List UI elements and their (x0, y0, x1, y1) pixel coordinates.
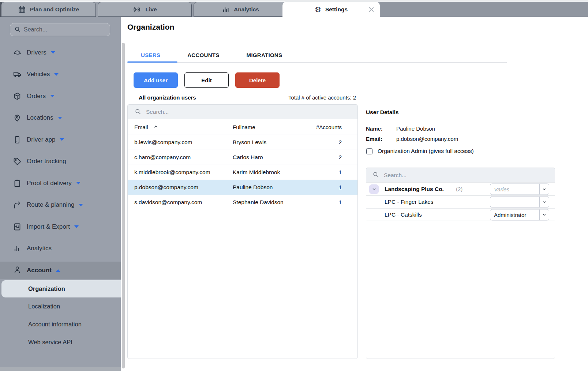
sidebar-item-account[interactable]: Account (0, 262, 121, 279)
person-icon (13, 265, 22, 276)
sidebar-item-driver-app[interactable]: Driver app (0, 129, 121, 151)
chevron-down-icon (539, 184, 549, 194)
table-row[interactable]: s.davidson@company.com Stephanie Davidso… (128, 195, 357, 210)
users-table: Email Fullname #Accounts b.lewis@company… (127, 104, 358, 359)
sidebar-subitem-organization[interactable]: Organization (1, 280, 121, 297)
chevron-down-icon (74, 225, 79, 228)
map-pin-icon (13, 113, 22, 122)
tab-users[interactable]: USERS (127, 48, 174, 62)
tab-analytics[interactable]: Analytics (194, 2, 287, 17)
tab-settings[interactable]: ⚙ Settings (282, 2, 380, 17)
sidebar-item-vehicles[interactable]: Vehicles (0, 64, 121, 86)
tab-label: Live (145, 6, 157, 13)
role-select[interactable] (490, 196, 549, 208)
users-search-input[interactable] (146, 109, 351, 115)
user-details-heading: User Details (366, 109, 399, 116)
sidebar-item-route-planning[interactable]: Route & planning (0, 194, 121, 216)
chevron-down-icon (76, 182, 80, 184)
account-row-child[interactable]: LPC - Finger Lakes (366, 195, 555, 208)
search-icon (134, 108, 141, 116)
chevron-down-icon (50, 95, 55, 97)
organization-tabs: USERS ACCOUNTS MIGRATIONS (127, 48, 296, 62)
gear-icon: ⚙ (315, 6, 321, 13)
expand-collapse-icon[interactable] (369, 184, 379, 194)
tabs-divider (127, 62, 507, 63)
add-user-button[interactable]: Add user (134, 72, 178, 88)
sidebar-subitem-web-service-api[interactable]: Web service API (0, 333, 121, 351)
user-actions: Add user Edit Delete (134, 72, 280, 88)
sidebar-search[interactable] (10, 23, 110, 36)
app-window: Plan and Optimize Live Analytics (0, 0, 588, 371)
sidebar-bottom-strip (0, 367, 121, 371)
bar-chart-icon (222, 5, 230, 14)
sub-account-count: (2) (456, 186, 462, 192)
column-email[interactable]: Email (134, 124, 233, 130)
column-accounts[interactable]: #Accounts (311, 124, 342, 130)
chevron-up-icon (56, 269, 60, 272)
truck-icon (13, 70, 22, 79)
org-admin-label: Organization Admin (gives full access) (378, 148, 474, 154)
close-icon[interactable] (368, 6, 375, 13)
role-select[interactable]: Administrator (490, 209, 549, 220)
table-header: Email Fullname #Accounts (128, 119, 357, 135)
users-search[interactable] (128, 105, 357, 119)
account-row-child[interactable]: LPC - Catskills Administrator (366, 208, 555, 221)
sidebar-item-locations[interactable]: Locations (0, 107, 121, 129)
bar-chart-icon (13, 244, 22, 253)
account-row-parent[interactable]: Landscaping Plus Co. (2) Varies (366, 183, 555, 195)
search-icon (14, 26, 21, 34)
sidebar-subitem-localization[interactable]: Localization (0, 297, 121, 315)
tab-migrations[interactable]: MIGRATIONS (233, 48, 296, 62)
chevron-down-icon (539, 209, 549, 220)
table-row[interactable]: b.lewis@company.com Bryson Lewis 2 (128, 135, 357, 150)
sidebar-item-order-tracking[interactable]: Order tracking (0, 151, 121, 173)
list-title: All organization users (139, 94, 196, 101)
sidebar-item-analytics[interactable]: Analytics (0, 238, 121, 260)
tab-plan-and-optimize[interactable]: Plan and Optimize (1, 2, 96, 17)
accounts-search-input[interactable] (384, 172, 549, 179)
role-select[interactable]: Varies (490, 183, 549, 195)
chevron-down-icon (58, 117, 62, 119)
route-arrow-icon (13, 201, 22, 209)
tab-label: Plan and Optimize (30, 6, 79, 13)
vertical-scrollbar[interactable] (122, 43, 125, 368)
org-admin-row: Organization Admin (gives full access) (366, 148, 474, 154)
chevron-down-icon (60, 138, 64, 141)
sidebar-search-input[interactable] (24, 26, 106, 33)
active-accounts-total: Total # of active accounts: 2 (288, 94, 356, 101)
delete-button[interactable]: Delete (235, 72, 280, 88)
sidebar-item-proof-of-delivery[interactable]: Proof of delivery (0, 172, 121, 194)
chevron-down-icon (51, 51, 55, 54)
edit-button[interactable]: Edit (184, 72, 229, 88)
drivers-cap-icon (13, 48, 22, 57)
phone-icon (13, 135, 22, 144)
sort-ascending-icon[interactable] (153, 124, 158, 130)
chevron-down-icon (79, 204, 83, 206)
list-header: All organization users Total # of active… (127, 94, 364, 101)
sidebar-item-import-export[interactable]: Import & Export (0, 216, 121, 238)
chevron-down-icon (539, 197, 549, 207)
chevron-down-icon (54, 73, 59, 76)
sidebar-item-orders[interactable]: Orders (0, 85, 121, 107)
account-access-box: Landscaping Plus Co. (2) Varies LPC - Fi… (366, 168, 555, 359)
tag-icon (13, 157, 22, 166)
clipboard-icon (13, 179, 22, 188)
accounts-search[interactable] (366, 168, 555, 183)
org-admin-checkbox[interactable] (366, 148, 372, 154)
top-tab-bar: Plan and Optimize Live Analytics (0, 0, 588, 17)
sidebar: Drivers Vehicles (0, 17, 121, 371)
tab-live[interactable]: Live (98, 2, 192, 17)
table-row[interactable]: k.middlebrook@company.com Karim Middlebr… (128, 165, 357, 180)
table-row-selected[interactable]: p.dobson@company.com Pauline Dobson 1 (128, 180, 357, 195)
tab-bar-filler (380, 2, 588, 17)
sidebar-subitem-account-information[interactable]: Account information (0, 315, 121, 333)
import-export-icon (13, 222, 22, 231)
sidebar-item-drivers[interactable]: Drivers (0, 42, 121, 64)
column-fullname[interactable]: Fullname (233, 124, 311, 130)
table-row[interactable]: c.haro@company.com Carlos Haro 2 (128, 150, 357, 165)
detail-email: Email: p.dobson@company.com (366, 136, 458, 142)
active-tab-indicator (127, 61, 177, 63)
live-icon (132, 5, 141, 14)
tab-accounts[interactable]: ACCOUNTS (174, 48, 233, 62)
sidebar-nav: Drivers Vehicles (0, 42, 121, 351)
